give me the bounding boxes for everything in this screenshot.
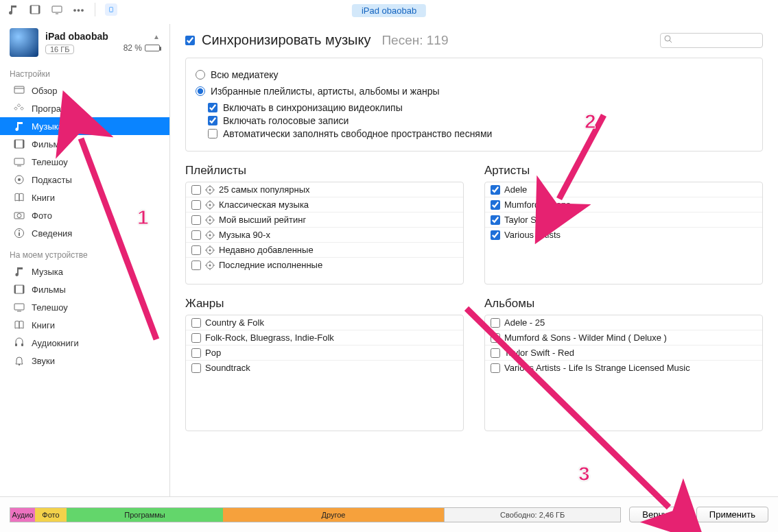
device-name: iPad obaobab [45, 31, 117, 42]
sync-music-checkbox[interactable] [185, 36, 195, 45]
apps-icon [14, 103, 25, 114]
eject-icon[interactable]: ▲ [153, 33, 160, 40]
audiobook-icon [14, 337, 25, 348]
device-header[interactable]: iPad obaobab 16 ГБ ▲ 82 % [0, 24, 169, 61]
list-item-checkbox[interactable] [191, 318, 201, 328]
list-item-checkbox[interactable] [191, 230, 201, 240]
radio-entire-library-input[interactable] [196, 70, 205, 80]
list-item[interactable]: Various Artists [485, 228, 762, 242]
list-item[interactable]: Музыка 90-х [186, 228, 463, 243]
svg-line-32 [670, 40, 672, 43]
sidebar-item-music[interactable]: Музыка [0, 263, 169, 280]
list-item-checkbox[interactable] [191, 333, 201, 343]
sync-music-label: Синхронизировать музыку [202, 32, 370, 48]
check-include-videos-input[interactable] [208, 103, 217, 112]
sidebar-item-apps[interactable]: Программы [0, 99, 169, 117]
battery-indicator: 82 % [123, 43, 160, 53]
list-item-checkbox[interactable] [491, 215, 500, 225]
search-input[interactable] [660, 33, 763, 48]
music-tab-icon[interactable] [7, 3, 19, 16]
list-item[interactable]: Pop [186, 346, 463, 361]
apply-button[interactable]: Применить [696, 507, 768, 522]
svg-point-58 [209, 249, 211, 251]
tv-tab-icon[interactable] [51, 3, 63, 16]
check-autofill[interactable]: Автоматически заполнять свободное простр… [208, 128, 753, 139]
svg-rect-0 [30, 5, 40, 14]
list-item[interactable]: Mumford & Sons - Wilder Mind ( Deluxe ) [485, 330, 762, 346]
list-item-label: 25 самых популярных [219, 184, 310, 195]
sidebar-item-film[interactable]: Фильмы [0, 135, 169, 153]
list-item-checkbox[interactable] [191, 185, 201, 195]
artists-title: Артисты [484, 164, 763, 178]
sidebar-item-label: Обзор [32, 86, 58, 96]
albums-title: Альбомы [484, 297, 763, 311]
svg-point-34 [209, 189, 211, 191]
sidebar-item-music[interactable]: Музыка [0, 117, 169, 135]
list-item-label: Various Artists [504, 230, 561, 240]
radio-selected-items-input[interactable] [196, 86, 205, 96]
check-include-videos[interactable]: Включать в синхронизацию видеоклипы [208, 102, 753, 113]
list-item[interactable]: 25 самых популярных [186, 182, 463, 197]
list-item[interactable]: Mumford & Sons [485, 197, 762, 213]
radio-selected-items[interactable]: Избранные плейлисты, артисты, альбомы и … [196, 86, 753, 97]
usage-seg-photo: Фото [35, 508, 67, 522]
list-item-checkbox[interactable] [491, 318, 500, 328]
list-item-checkbox[interactable] [491, 363, 500, 373]
tv-icon [14, 156, 25, 167]
svg-point-15 [18, 178, 21, 181]
svg-rect-12 [14, 158, 24, 165]
list-item[interactable]: Taylor Swift [485, 213, 762, 228]
sidebar-item-bell[interactable]: Звуки [0, 352, 169, 370]
sidebar-item-podcast[interactable]: Подкасты [0, 171, 169, 189]
sidebar-item-label: Звуки [32, 356, 55, 366]
list-item[interactable]: Adele - 25 [485, 315, 762, 330]
list-item[interactable]: Последние исполненные [186, 258, 463, 272]
list-item-checkbox[interactable] [191, 261, 201, 270]
check-include-voice-input[interactable] [208, 116, 217, 125]
list-item[interactable]: Various Artists - Life Is Strange Licens… [485, 361, 762, 375]
sidebar-item-tv[interactable]: Телешоу [0, 153, 169, 171]
sidebar-item-tv[interactable]: Телешоу [0, 298, 169, 316]
sidebar-item-label: Фото [32, 210, 52, 221]
list-item-checkbox[interactable] [191, 363, 201, 373]
radio-entire-library[interactable]: Всю медиатеку [196, 69, 753, 80]
sidebar-item-film[interactable]: Фильмы [0, 280, 169, 298]
sidebar-item-overview[interactable]: Обзор [0, 82, 169, 99]
list-item-checkbox[interactable] [191, 215, 201, 225]
list-item[interactable]: Taylor Swift - Red [485, 346, 762, 361]
svg-rect-11 [23, 140, 24, 148]
list-item-checkbox[interactable] [491, 185, 500, 195]
sidebar-item-books[interactable]: Книги [0, 316, 169, 334]
movies-tab-icon[interactable] [29, 3, 41, 16]
list-item-checkbox[interactable] [491, 230, 500, 240]
list-item[interactable]: Недавно добавленные [186, 243, 463, 258]
device-tab-icon[interactable] [105, 3, 117, 16]
list-item-checkbox[interactable] [191, 200, 201, 210]
list-item[interactable]: Мой высший рейтинг [186, 213, 463, 228]
check-include-voice[interactable]: Включать голосовые записи [208, 115, 753, 126]
sidebar-item-label: Аудиокниги [32, 338, 79, 348]
check-autofill-input[interactable] [208, 129, 217, 138]
revert-button[interactable]: Вернуть [629, 507, 689, 522]
sidebar-item-books[interactable]: Книги [0, 189, 169, 206]
list-item-checkbox[interactable] [491, 333, 500, 343]
overview-icon [14, 85, 25, 96]
list-item-checkbox[interactable] [491, 200, 500, 210]
list-item[interactable]: Folk-Rock, Bluegrass, Indie-Folk [186, 330, 463, 346]
sidebar-section-settings: Настройки [0, 61, 169, 82]
list-item[interactable]: Soundtrack [186, 361, 463, 375]
list-item-checkbox[interactable] [191, 245, 201, 255]
toolbar-separator [95, 3, 95, 16]
more-icon[interactable]: ••• [73, 3, 85, 16]
list-item-label: Adele [504, 184, 527, 195]
sidebar-item-audiobook[interactable]: Аудиокниги [0, 334, 169, 352]
svg-rect-10 [14, 140, 16, 148]
list-item-checkbox[interactable] [191, 348, 201, 358]
storage-usage-bar: Аудио Фото Программы Другое Свободно: 2,… [10, 507, 621, 522]
list-item-checkbox[interactable] [491, 348, 500, 358]
sidebar-item-label: Фильмы [32, 139, 66, 149]
list-item[interactable]: Country & Folk [186, 315, 463, 330]
list-item[interactable]: Классическая музыка [186, 197, 463, 213]
list-item[interactable]: Adele [485, 182, 762, 197]
smart-playlist-gear-icon [205, 245, 215, 255]
